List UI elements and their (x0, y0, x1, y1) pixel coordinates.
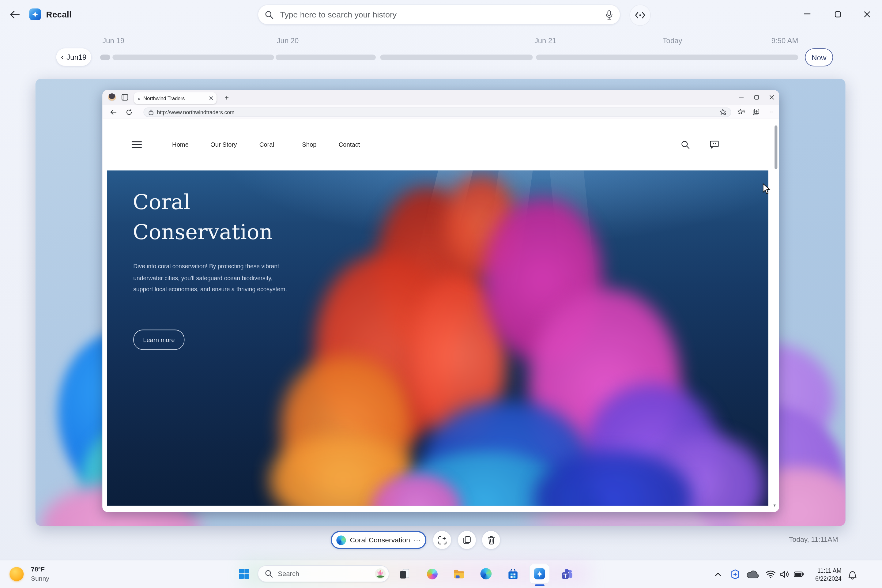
start-button[interactable] (234, 564, 254, 584)
copilot-button[interactable] (422, 564, 442, 584)
site-menu-button[interactable] (129, 138, 144, 151)
timeline-day-label: Jun 20 (277, 36, 299, 45)
taskbar-clock[interactable]: 11:11 AM 6/22/2024 (806, 567, 842, 582)
timeline-segment[interactable] (100, 54, 110, 60)
browser-refresh-button[interactable] (124, 107, 134, 117)
chevron-up-icon (715, 573, 721, 576)
weather-condition[interactable]: Sunny (31, 575, 49, 582)
add-favorite-icon[interactable] (719, 108, 726, 115)
recall-tray-icon[interactable] (728, 567, 742, 582)
battery-tray-icon[interactable] (791, 567, 806, 582)
timeline-segment[interactable] (536, 54, 798, 60)
page-scrollbar[interactable]: ▾ (774, 121, 778, 508)
timeline-now-button[interactable]: Now (805, 48, 833, 66)
search-highlight-lotus-icon[interactable] (375, 568, 386, 579)
mouse-cursor (762, 183, 771, 195)
weather-sun-icon[interactable] (9, 567, 24, 581)
tab-close-icon[interactable] (209, 96, 213, 100)
delete-snapshot-button[interactable] (482, 531, 500, 549)
timeline-day-label: Jun 21 (534, 36, 556, 45)
snapshot-more-button[interactable]: … (413, 534, 421, 543)
site-nav-our-story[interactable]: Our Story (210, 141, 237, 148)
timeline-day-label: Today (663, 36, 682, 45)
tab-title: Northwind Traders (143, 95, 209, 101)
edge-button[interactable] (476, 564, 496, 584)
click-to-do-button[interactable] (433, 531, 451, 549)
browser-toolbar: http://www.northwindtraders.com … (102, 105, 779, 119)
collections-button[interactable] (751, 107, 761, 117)
site-nav-coral[interactable]: Coral (260, 141, 274, 148)
history-search-bar[interactable] (258, 4, 621, 25)
snapshot-card[interactable]: ▲ Northwind Traders + (36, 79, 846, 526)
back-arrow-icon (110, 110, 116, 114)
teams-icon (561, 568, 573, 579)
browser-close-button[interactable] (766, 92, 778, 102)
chat-icon (710, 141, 719, 148)
search-icon (265, 570, 273, 578)
onedrive-tray-icon[interactable] (746, 567, 760, 582)
favorites-button[interactable] (736, 107, 746, 117)
snapshot-source-pill[interactable]: Coral Conservation … (331, 531, 426, 549)
file-explorer-button[interactable] (449, 564, 469, 584)
site-nav-contact[interactable]: Contact (339, 141, 360, 148)
scrollbar-down-arrow[interactable]: ▾ (774, 503, 776, 508)
site-nav-shop[interactable]: Shop (302, 141, 316, 148)
scrollbar-thumb[interactable] (774, 126, 777, 170)
snapshot-timestamp: Today, 11:11AM (776, 536, 838, 544)
volume-tray-icon[interactable] (777, 567, 792, 582)
browser-maximize-button[interactable] (751, 92, 762, 102)
chevron-left-icon: ‹ (61, 52, 64, 61)
browser-back-button[interactable] (108, 107, 118, 117)
learn-more-button[interactable]: Learn more (133, 330, 184, 350)
browser-minimize-button[interactable] (736, 92, 747, 102)
close-icon (864, 11, 870, 17)
windows-logo-icon (239, 569, 249, 579)
notifications-bell-icon[interactable] (845, 568, 860, 583)
maximize-icon (754, 95, 759, 99)
workspaces-icon[interactable] (120, 93, 129, 102)
microsoft-store-button[interactable] (503, 564, 523, 584)
refresh-icon (126, 109, 132, 115)
back-button[interactable] (7, 7, 22, 22)
now-label: Now (812, 53, 826, 62)
new-tab-button[interactable]: + (222, 92, 232, 102)
hero-description-line: underwater cities, you'll safeguard ocea… (133, 272, 287, 284)
timeline-segment[interactable] (112, 54, 274, 60)
hidden-icons-button[interactable] (711, 567, 725, 582)
recall-app-window: Recall Jun 19 Jun 20 Jun 21 Today 9:50 A… (0, 0, 882, 588)
timeline-segment[interactable] (380, 54, 533, 60)
hamburger-icon (132, 141, 142, 148)
snapshot-source-label: Coral Conservation (350, 536, 413, 544)
weather-temperature[interactable]: 78°F (31, 566, 45, 573)
app-title: Recall (46, 9, 72, 19)
microphone-icon[interactable] (605, 10, 613, 19)
site-nav-home[interactable]: Home (172, 141, 189, 148)
maximize-button[interactable] (828, 6, 847, 22)
history-search-input[interactable] (279, 9, 605, 20)
chevron-dot-icon (635, 12, 645, 19)
lock-icon (148, 109, 154, 115)
timeline-back-day-button[interactable]: ‹ Jun19 (56, 48, 91, 66)
browser-settings-button[interactable]: … (766, 107, 776, 117)
taskbar-search-box[interactable]: Search (258, 566, 389, 582)
close-button[interactable] (857, 6, 876, 22)
copy-icon (463, 536, 471, 544)
maximize-icon (834, 11, 841, 17)
site-search-button[interactable] (678, 138, 692, 151)
wifi-tray-icon[interactable] (763, 567, 778, 582)
teams-button[interactable] (557, 564, 577, 584)
taskbar-search-label: Search (278, 570, 375, 578)
address-bar[interactable]: http://www.northwindtraders.com (143, 107, 731, 117)
clock-date: 6/22/2024 (806, 574, 842, 582)
minimize-button[interactable] (798, 6, 816, 22)
search-icon (265, 10, 273, 19)
task-view-button[interactable] (395, 564, 415, 584)
browser-tab[interactable]: ▲ Northwind Traders (134, 92, 216, 104)
recall-app-button[interactable] (529, 564, 549, 584)
site-chat-button[interactable] (708, 138, 721, 151)
copy-snapshot-button[interactable] (458, 531, 476, 549)
profile-avatar[interactable] (108, 93, 116, 101)
timeline-scrubber-toggle-button[interactable] (629, 4, 651, 26)
search-icon (681, 140, 689, 149)
timeline-segment[interactable] (276, 54, 376, 60)
